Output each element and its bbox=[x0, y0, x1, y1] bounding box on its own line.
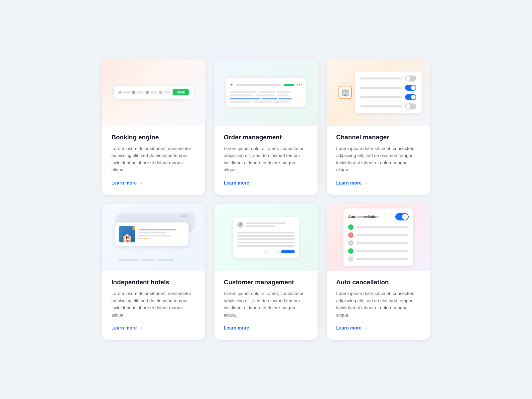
order-ui-mock: + bbox=[226, 78, 306, 107]
auto-cancellation-desc: Lorem ipsum dolor sit amet, consectetur … bbox=[336, 290, 421, 319]
arrow-icon: → bbox=[363, 325, 368, 331]
independent-hotels-illustration: 🏨 🏅 bbox=[102, 204, 205, 271]
customer-management-desc: Lorem ipsum dolor sit amet, consectetur … bbox=[224, 290, 308, 319]
building-icon: 🏢 bbox=[338, 86, 352, 99]
customer-management-title: Customer management bbox=[224, 279, 308, 286]
order-management-illustration: + bbox=[214, 59, 318, 126]
status-x-gray-icon: ✕ bbox=[348, 240, 353, 246]
svg-point-0 bbox=[240, 223, 241, 225]
customer-management-learn-more[interactable]: Learn more → bbox=[224, 325, 308, 331]
order-management-desc: Lorem ipsum dolor sit amet, consectetur … bbox=[224, 145, 308, 174]
channel-manager-desc: Lorem ipsum dolor sit amet, consectetur … bbox=[336, 145, 421, 174]
booking-engine-body: Booking engine Lorem ipsum dolor sit ame… bbox=[102, 126, 205, 195]
customer-ui-mock bbox=[233, 217, 299, 258]
card-customer-management: Customer management Lorem ipsum dolor si… bbox=[214, 204, 318, 340]
independent-hotels-body: Independent hotels Lorem ipsum dolor sit… bbox=[102, 271, 205, 340]
status-neutral-icon bbox=[348, 256, 353, 262]
auto-cancellation-title: Auto cancellation bbox=[336, 279, 421, 286]
customer-management-illustration bbox=[214, 204, 318, 271]
arrow-icon: → bbox=[138, 180, 143, 186]
plus-icon: + bbox=[230, 82, 233, 88]
arrow-icon: → bbox=[251, 325, 255, 331]
order-management-body: Order management Lorem ipsum dolor sit a… bbox=[214, 126, 318, 195]
card-booking-engine: Book Booking engine Lorem ipsum dolor si… bbox=[102, 59, 205, 195]
channel-manager-title: Channel manager bbox=[336, 134, 421, 141]
arrow-icon: → bbox=[363, 180, 368, 186]
arrow-icon: → bbox=[138, 325, 143, 331]
auto-cancellation-ui-mock: Auto cancellation ✓ ✕ ✕ bbox=[343, 208, 413, 266]
card-independent-hotels: 🏨 🏅 bbox=[102, 204, 205, 340]
booking-engine-learn-more[interactable]: Learn more → bbox=[111, 180, 196, 186]
feature-grid: Book Booking engine Lorem ipsum dolor si… bbox=[89, 39, 443, 360]
auto-cancellation-label: Auto cancellation bbox=[348, 215, 379, 219]
arrow-icon: → bbox=[251, 180, 255, 186]
auto-cancellation-toggle[interactable] bbox=[395, 213, 409, 220]
order-management-learn-more[interactable]: Learn more → bbox=[224, 180, 308, 186]
status-check2-icon: ✓ bbox=[348, 248, 353, 254]
hotel-image: 🏨 🏅 bbox=[119, 226, 135, 242]
independent-hotels-desc: Lorem ipsum dolor sit amet, consectetur … bbox=[111, 290, 196, 319]
channel-toggles-mock bbox=[355, 71, 422, 113]
order-management-title: Order management bbox=[224, 134, 308, 141]
customer-avatar-icon bbox=[237, 222, 243, 228]
channel-manager-body: Channel manager Lorem ipsum dolor sit am… bbox=[327, 126, 430, 195]
card-order-management: + bbox=[214, 59, 318, 195]
booking-engine-illustration: Book bbox=[102, 59, 205, 126]
status-x-icon: ✕ bbox=[348, 232, 353, 238]
booking-engine-title: Booking engine bbox=[111, 134, 196, 141]
card-auto-cancellation: Auto cancellation ✓ ✕ ✕ bbox=[327, 204, 430, 340]
auto-cancellation-body: Auto cancellation Lorem ipsum dolor sit … bbox=[327, 271, 430, 340]
status-check-icon: ✓ bbox=[348, 224, 353, 230]
hotel-main-card: 🏨 🏅 bbox=[115, 222, 189, 246]
card-channel-manager: 🏢 bbox=[327, 59, 430, 195]
booking-engine-desc: Lorem ipsum dolor sit amet, consectetur … bbox=[111, 145, 196, 174]
booking-ui-mock: Book bbox=[114, 86, 194, 99]
auto-cancellation-illustration: Auto cancellation ✓ ✕ ✕ bbox=[327, 204, 430, 271]
channel-manager-learn-more[interactable]: Learn more → bbox=[336, 180, 421, 186]
auto-cancellation-learn-more[interactable]: Learn more → bbox=[336, 325, 421, 331]
independent-hotels-title: Independent hotels bbox=[111, 279, 196, 286]
independent-hotels-learn-more[interactable]: Learn more → bbox=[111, 325, 196, 331]
customer-management-body: Customer management Lorem ipsum dolor si… bbox=[214, 271, 318, 340]
channel-manager-illustration: 🏢 bbox=[327, 59, 430, 126]
